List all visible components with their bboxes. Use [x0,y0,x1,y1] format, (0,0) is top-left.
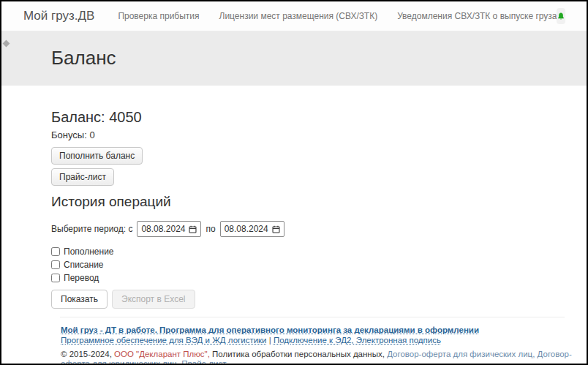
checkbox-transfer[interactable] [51,274,60,282]
history-title: История операций [51,194,587,210]
calendar-icon[interactable] [272,225,280,233]
filter-transfer-row: Перевод [51,273,587,283]
footer-ed2-link[interactable]: Подключение к ЭД2, Электронная подпись [274,336,441,345]
page-title: Баланс [1,31,587,69]
filter-topup-row: Пополнение [51,247,587,257]
date-from-value: 08.08.2024 [141,224,185,234]
notifications-bell-button[interactable] [557,8,565,24]
footer-divider [60,317,565,317]
brand-logo[interactable]: Мой груз.ДВ [23,9,94,23]
checkbox-topup-label: Пополнение [64,247,114,257]
footer-pricelist-link[interactable]: Прайс-лист [181,359,226,365]
date-to-input[interactable]: 08.08.2024 [220,221,284,237]
show-button[interactable]: Показать [51,290,108,309]
topup-balance-button[interactable]: Пополнить баланс [51,147,143,165]
checkbox-writeoff[interactable] [51,260,60,269]
page-header-band: Баланс [1,31,587,86]
app-window: Мой груз.ДВ Проверка прибытия Лицензии м… [0,0,588,365]
period-label: Выберите период: с [51,224,132,234]
pricelist-button[interactable]: Прайс-лист [51,168,114,186]
bonus-line: Бонусы: 0 [51,129,587,140]
filter-writeoff-row: Списание [51,260,587,270]
top-navbar: Мой груз.ДВ Проверка прибытия Лицензии м… [1,1,587,31]
bonus-label: Бонусы: [51,129,87,140]
nav-item-licenses[interactable]: Лицензии мест размещения (СВХ/ЗТК) [219,11,378,21]
footer-promo-link[interactable]: Мой груз - ДТ в работе. Программа для оп… [61,326,479,334]
main-content: Баланс: 4050 Бонусы: 0 Пополнить баланс … [1,86,587,309]
balance-value: 4050 [109,109,142,125]
period-row: Выберите период: с 08.08.2024 по 08.08.2… [51,221,587,237]
privacy-policy-text: Политика обработки персональных данных, [212,350,385,358]
date-to-value: 08.08.2024 [225,224,268,234]
copyright-text: © 2015-2024, [61,350,112,358]
footer-offer-individuals-link[interactable]: Договор-оферта для физических лиц, [387,350,535,358]
footer-company-link[interactable]: ООО "Декларант Плюс", [114,350,210,358]
balance-line: Баланс: 4050 [51,109,587,126]
export-excel-button[interactable]: Экспорт в Excel [112,290,195,309]
nav-item-arrival-check[interactable]: Проверка прибытия [118,11,199,21]
calendar-icon[interactable] [189,225,197,233]
period-to-label: по [206,224,215,234]
checkbox-topup[interactable] [51,247,60,256]
checkbox-writeoff-label: Списание [64,260,104,270]
bell-icon [557,12,565,21]
date-from-input[interactable]: 08.08.2024 [137,221,201,237]
bonus-value: 0 [89,129,94,140]
footer-software-link[interactable]: Программное обеспечение для ВЭД и ЖД лог… [61,336,267,345]
balance-label: Баланс: [51,109,105,125]
checkbox-transfer-label: Перевод [64,273,99,283]
nav-links: Проверка прибытия Лицензии мест размещен… [118,11,557,21]
nav-item-notifications[interactable]: Уведомления СВХ/ЗТК о выпуске груза [397,11,557,21]
footer-separator: | [269,336,271,345]
footer: Мой груз - ДТ в работе. Программа для оп… [1,326,587,365]
